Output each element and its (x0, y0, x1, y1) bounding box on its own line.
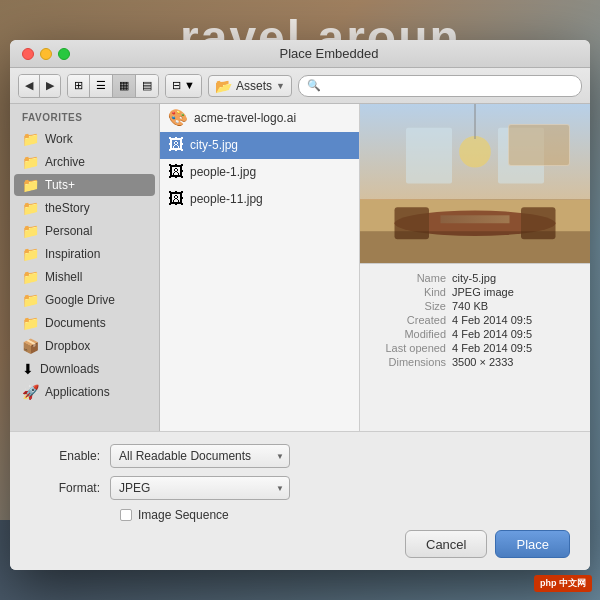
view-columns-button[interactable]: ▦ (113, 75, 136, 97)
folder-icon: 📁 (22, 223, 39, 239)
bottom-panel: Enable: All Readable Documents All Docum… (10, 431, 590, 570)
kind-value: JPEG image (452, 286, 514, 298)
back-button[interactable]: ◀ (19, 75, 40, 97)
sidebar-label-applications: Applications (45, 385, 110, 399)
svg-rect-9 (498, 128, 544, 184)
size-value: 740 KB (452, 300, 488, 312)
file-name-city5: city-5.jpg (190, 138, 238, 152)
sidebar-item-documents[interactable]: 📁 Documents (14, 312, 155, 334)
svg-rect-8 (406, 128, 452, 184)
sidebar-item-personal[interactable]: 📁 Personal (14, 220, 155, 242)
main-content: FAVORITES 📁 Work 📁 Archive 📁 Tuts+ 📁 the… (10, 104, 590, 431)
select-view-icon: ⊟ ▼ (172, 79, 195, 92)
enable-row: Enable: All Readable Documents All Docum… (30, 444, 570, 468)
file-item-acme[interactable]: 🎨 acme-travel-logo.ai (160, 104, 359, 132)
sidebar-label-thestory: theStory (45, 201, 90, 215)
sidebar-label-documents: Documents (45, 316, 106, 330)
close-button[interactable] (22, 48, 34, 60)
lastopened-label: Last opened (372, 342, 452, 354)
sidebar-label-downloads: Downloads (40, 362, 99, 376)
jpg-file-icon: 🖼 (168, 163, 184, 181)
view-select-group: ⊟ ▼ (165, 74, 202, 98)
lastopened-value: 4 Feb 2014 09:5 (452, 342, 532, 354)
format-label: Format: (30, 481, 110, 495)
place-button[interactable]: Place (495, 530, 570, 558)
file-item-people11[interactable]: 🖼 people-11.jpg (160, 186, 359, 213)
sidebar-label-personal: Personal (45, 224, 92, 238)
info-row-dimensions: Dimensions 3500 × 2333 (372, 356, 578, 368)
modified-value: 4 Feb 2014 09:5 (452, 328, 532, 340)
nav-buttons: ◀ ▶ (18, 74, 61, 98)
jpg-file-icon: 🖼 (168, 136, 184, 154)
search-box[interactable]: 🔍 (298, 75, 582, 97)
kind-label: Kind (372, 286, 452, 298)
info-row-created: Created 4 Feb 2014 09:5 (372, 314, 578, 326)
folder-icon: 📁 (22, 131, 39, 147)
view-cover-button[interactable]: ▤ (136, 75, 158, 97)
forward-button[interactable]: ▶ (40, 75, 60, 97)
file-name-acme: acme-travel-logo.ai (194, 111, 296, 125)
info-row-kind: Kind JPEG image (372, 286, 578, 298)
name-value: city-5.jpg (452, 272, 496, 284)
ai-file-icon: 🎨 (168, 108, 188, 127)
columns-view-icon: ▦ (119, 79, 129, 92)
folder-icon: 📁 (22, 177, 39, 193)
folder-icon: 📁 (22, 315, 39, 331)
search-icon: 🔍 (307, 79, 321, 92)
view-list-button[interactable]: ☰ (90, 75, 113, 97)
dimensions-value: 3500 × 2333 (452, 356, 513, 368)
file-item-people1[interactable]: 🖼 people-1.jpg (160, 159, 359, 186)
format-row: Format: JPEG PNG TIFF (30, 476, 570, 500)
file-item-city5[interactable]: 🖼 city-5.jpg (160, 132, 359, 159)
preview-image (360, 104, 590, 263)
sidebar-item-googledrive[interactable]: 📁 Google Drive (14, 289, 155, 311)
download-icon: ⬇ (22, 361, 34, 377)
sidebar-item-archive[interactable]: 📁 Archive (14, 151, 155, 173)
sidebar-label-work: Work (45, 132, 73, 146)
list-view-icon: ☰ (96, 79, 106, 92)
file-name-people11: people-11.jpg (190, 192, 263, 206)
enable-select[interactable]: All Readable Documents All Documents JPE… (110, 444, 290, 468)
dialog-title: Place Embedded (80, 46, 578, 61)
sidebar-section-title: FAVORITES (10, 104, 159, 127)
sidebar-label-inspiration: Inspiration (45, 247, 100, 261)
sidebar-item-applications[interactable]: 🚀 Applications (14, 381, 155, 403)
sidebar-item-inspiration[interactable]: 📁 Inspiration (14, 243, 155, 265)
image-sequence-row: Image Sequence (30, 508, 570, 522)
minimize-button[interactable] (40, 48, 52, 60)
sidebar-item-mishell[interactable]: 📁 Mishell (14, 266, 155, 288)
title-bar: Place Embedded (10, 40, 590, 68)
sidebar-item-tuts[interactable]: 📁 Tuts+ (14, 174, 155, 196)
chevron-down-icon: ▼ (276, 81, 285, 91)
sidebar-item-work[interactable]: 📁 Work (14, 128, 155, 150)
info-row-lastopened: Last opened 4 Feb 2014 09:5 (372, 342, 578, 354)
dimensions-label: Dimensions (372, 356, 452, 368)
folder-icon: 📁 (22, 154, 39, 170)
info-row-size: Size 740 KB (372, 300, 578, 312)
view-icon-button[interactable]: ⊞ (68, 75, 90, 97)
folder-selector[interactable]: 📂 Assets ▼ (208, 75, 292, 97)
folder-icon: 📂 (215, 78, 232, 94)
maximize-button[interactable] (58, 48, 70, 60)
traffic-lights (22, 48, 70, 60)
created-value: 4 Feb 2014 09:5 (452, 314, 532, 326)
applications-icon: 🚀 (22, 384, 39, 400)
format-select[interactable]: JPEG PNG TIFF (110, 476, 290, 500)
cancel-button[interactable]: Cancel (405, 530, 487, 558)
view-buttons: ⊞ ☰ ▦ ▤ (67, 74, 159, 98)
name-label: Name (372, 272, 452, 284)
dialog-window: Place Embedded ◀ ▶ ⊞ ☰ ▦ ▤ ⊟ ▼ (10, 40, 590, 570)
sidebar-item-downloads[interactable]: ⬇ Downloads (14, 358, 155, 380)
preview-area: Name city-5.jpg Kind JPEG image Size 740… (360, 104, 590, 431)
file-name-people1: people-1.jpg (190, 165, 256, 179)
sidebar-item-thestory[interactable]: 📁 theStory (14, 197, 155, 219)
svg-rect-3 (441, 215, 510, 223)
view-select-button[interactable]: ⊟ ▼ (166, 75, 201, 97)
folder-icon: 📁 (22, 246, 39, 262)
image-sequence-checkbox[interactable] (120, 509, 132, 521)
sidebar-item-dropbox[interactable]: 📦 Dropbox (14, 335, 155, 357)
toolbar: ◀ ▶ ⊞ ☰ ▦ ▤ ⊟ ▼ 📂 Assets ▼ (10, 68, 590, 104)
sidebar-label-dropbox: Dropbox (45, 339, 90, 353)
search-input[interactable] (325, 79, 573, 93)
folder-icon: 📁 (22, 200, 39, 216)
